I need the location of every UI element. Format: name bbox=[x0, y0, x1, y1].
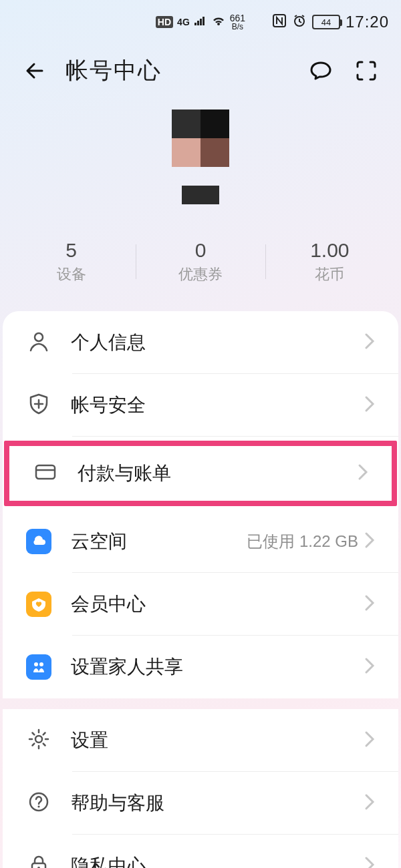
stat-coins-value: 1.00 bbox=[265, 239, 394, 262]
row-privacy-center[interactable]: 隐私中心 bbox=[3, 835, 398, 868]
highlight-frame: 付款与账单 bbox=[4, 441, 397, 506]
stat-coupons[interactable]: 0 优惠券 bbox=[136, 239, 265, 284]
svg-point-4 bbox=[34, 662, 38, 666]
heart-badge-icon bbox=[26, 592, 51, 617]
chevron-right-icon bbox=[364, 855, 376, 868]
chevron-right-icon bbox=[364, 531, 376, 552]
back-button[interactable] bbox=[20, 56, 49, 85]
avatar[interactable] bbox=[172, 110, 229, 167]
username bbox=[182, 186, 219, 204]
profile-section bbox=[0, 97, 401, 204]
menu-card-2: 设置 帮助与客服 隐私中心 bbox=[3, 709, 398, 868]
battery-indicator: 44 bbox=[312, 15, 340, 29]
nfc-icon bbox=[272, 13, 287, 31]
scan-button[interactable] bbox=[352, 56, 381, 85]
net-type-label: 4G bbox=[177, 17, 190, 27]
row-help-support[interactable]: 帮助与客服 bbox=[3, 772, 398, 835]
row-label: 帮助与客服 bbox=[71, 791, 364, 816]
family-icon bbox=[26, 654, 51, 680]
net-speed: 661 B/s bbox=[230, 13, 245, 31]
chevron-right-icon bbox=[364, 332, 376, 353]
cloud-usage-text: 已使用 1.22 GB bbox=[247, 531, 358, 552]
row-payment-billing[interactable]: 付款与账单 bbox=[9, 446, 392, 501]
row-label: 帐号安全 bbox=[71, 393, 364, 418]
wifi-icon bbox=[211, 15, 226, 30]
svg-point-2 bbox=[35, 333, 43, 341]
gear-icon bbox=[27, 727, 51, 754]
row-settings[interactable]: 设置 bbox=[3, 709, 398, 772]
svg-point-6 bbox=[35, 736, 42, 742]
stat-devices-label: 设备 bbox=[7, 264, 136, 284]
row-cloud[interactable]: 云空间 已使用 1.22 GB bbox=[3, 510, 398, 573]
lock-icon bbox=[27, 853, 51, 868]
page-title: 帐号中心 bbox=[65, 55, 290, 86]
row-label: 付款与账单 bbox=[78, 461, 357, 486]
clock: 17:20 bbox=[346, 13, 389, 31]
stat-coins[interactable]: 1.00 花币 bbox=[265, 239, 394, 284]
chevron-right-icon bbox=[364, 656, 376, 678]
status-bar: HD 4G 661 B/s 44 17:20 bbox=[0, 0, 401, 44]
stat-coupons-value: 0 bbox=[136, 239, 265, 262]
alarm-icon bbox=[292, 13, 307, 31]
hd-badge: HD bbox=[156, 16, 173, 28]
chevron-right-icon bbox=[357, 463, 369, 484]
row-label: 设置 bbox=[71, 728, 364, 753]
row-label: 隐私中心 bbox=[71, 853, 364, 868]
signal-icon bbox=[194, 15, 207, 30]
row-member-center[interactable]: 会员中心 bbox=[3, 573, 398, 636]
row-account-security[interactable]: 帐号安全 bbox=[3, 374, 398, 437]
stat-devices-value: 5 bbox=[7, 239, 136, 262]
svg-point-5 bbox=[39, 662, 43, 666]
row-label: 设置家人共享 bbox=[71, 654, 364, 680]
chevron-right-icon bbox=[364, 594, 376, 615]
svg-point-8 bbox=[37, 805, 39, 807]
person-icon bbox=[27, 329, 51, 356]
account-stats: 5 设备 0 优惠券 1.00 花币 bbox=[0, 239, 401, 311]
menu-card-1: 个人信息 帐号安全 付款与账单 云空间 已使用 1.22 GB bbox=[3, 311, 398, 698]
card-icon bbox=[33, 460, 57, 487]
svg-point-7 bbox=[30, 793, 47, 811]
messages-button[interactable] bbox=[306, 56, 336, 85]
cloud-icon bbox=[26, 529, 51, 554]
help-icon bbox=[27, 790, 51, 817]
stat-devices[interactable]: 5 设备 bbox=[7, 239, 136, 284]
shield-icon bbox=[27, 392, 51, 419]
stat-coins-label: 花币 bbox=[265, 264, 394, 284]
svg-rect-3 bbox=[36, 465, 55, 479]
page-header: 帐号中心 bbox=[0, 44, 401, 97]
row-label: 个人信息 bbox=[71, 330, 364, 355]
row-label: 会员中心 bbox=[71, 592, 364, 617]
row-label: 云空间 bbox=[71, 529, 247, 554]
row-personal-info[interactable]: 个人信息 bbox=[3, 311, 398, 374]
row-family-sharing[interactable]: 设置家人共享 bbox=[3, 636, 398, 698]
stat-coupons-label: 优惠券 bbox=[136, 264, 265, 284]
chevron-right-icon bbox=[364, 793, 376, 814]
chevron-right-icon bbox=[364, 730, 376, 751]
chevron-right-icon bbox=[364, 395, 376, 416]
